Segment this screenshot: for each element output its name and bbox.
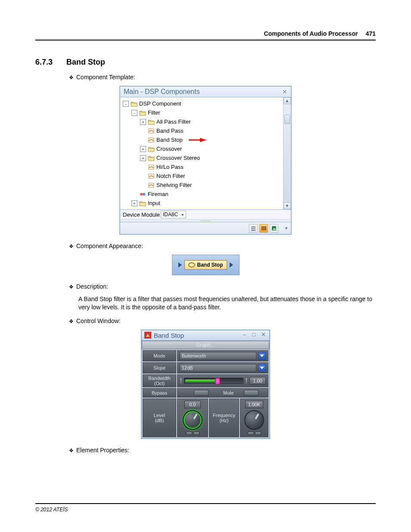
level-knob-area: 0.0 bbox=[177, 398, 208, 437]
tree-item[interactable]: +Input bbox=[123, 199, 282, 208]
toolbar-list-icon[interactable] bbox=[249, 224, 258, 233]
tree-item[interactable]: -DSP Component bbox=[123, 99, 282, 108]
tree-item-label: Inverter bbox=[148, 209, 167, 209]
expand-icon[interactable]: + bbox=[131, 200, 137, 206]
pointer-arrow-icon bbox=[188, 137, 207, 143]
frequency-value[interactable]: 1.00K bbox=[245, 401, 264, 408]
scroll-down-icon[interactable]: ▼ bbox=[283, 202, 291, 209]
bullet-element-properties: ❖ Element Properties: bbox=[69, 447, 376, 454]
chevron-down-icon: ▼ bbox=[181, 213, 184, 217]
close-icon[interactable]: ✕ bbox=[282, 88, 287, 95]
svg-rect-8 bbox=[143, 193, 145, 196]
frequency-knob-area: 1.00K bbox=[240, 398, 268, 437]
input-port-icon[interactable] bbox=[178, 262, 182, 268]
svg-rect-14 bbox=[263, 226, 265, 230]
tree-item-label: All Pass Filter bbox=[156, 118, 190, 125]
bandwidth-label: Bandwidth (Oct) bbox=[143, 374, 176, 387]
mute-toggle[interactable] bbox=[244, 390, 258, 396]
expand-icon[interactable]: + bbox=[140, 146, 146, 152]
folder-icon bbox=[148, 155, 155, 161]
tree-item[interactable]: Notch Filter bbox=[123, 171, 282, 180]
section-number: 6.7.3 bbox=[35, 58, 53, 67]
frequency-nudge-down[interactable] bbox=[248, 432, 254, 435]
bandwidth-slider[interactable] bbox=[184, 378, 243, 384]
toolbar-columns-icon[interactable] bbox=[259, 224, 268, 233]
collapse-icon[interactable]: - bbox=[123, 101, 129, 107]
control-title: Band Stop bbox=[154, 332, 238, 339]
level-knob[interactable] bbox=[183, 410, 202, 430]
component-label: Band Stop bbox=[197, 262, 223, 268]
slope-select[interactable]: 12dB bbox=[177, 362, 268, 373]
component-box[interactable]: Band Stop bbox=[184, 260, 227, 270]
tree-item[interactable]: +Crossover bbox=[123, 144, 282, 153]
tree-item[interactable]: -Filter bbox=[123, 108, 282, 117]
maximize-icon[interactable]: □ bbox=[250, 332, 257, 338]
bandwidth-value[interactable]: 1.00 bbox=[249, 377, 266, 385]
tree-item-label: Input bbox=[148, 200, 160, 206]
tree-item[interactable]: Fireman bbox=[123, 190, 282, 199]
slider-tick bbox=[245, 377, 248, 384]
tree-item[interactable]: Shelving Filter bbox=[123, 180, 282, 190]
svg-rect-6 bbox=[149, 183, 154, 187]
tree-spacer bbox=[140, 128, 146, 134]
bullet-label: Element Properties: bbox=[76, 447, 129, 454]
svg-rect-15 bbox=[265, 226, 266, 230]
mode-select[interactable]: Butterworth bbox=[177, 350, 268, 361]
tree-spacer bbox=[140, 164, 146, 170]
svg-rect-4 bbox=[149, 165, 154, 169]
folder-icon bbox=[139, 110, 146, 116]
device-module-select[interactable]: IDA8C ▼ bbox=[161, 211, 186, 218]
tree-item-label: Hi/Lo Pass bbox=[156, 164, 184, 170]
scroll-up-icon[interactable]: ▲ bbox=[283, 97, 291, 104]
bullet-control-window: ❖ Control Window: bbox=[69, 317, 376, 325]
component-tree[interactable]: -DSP Component-Filter+All Pass FilterBan… bbox=[120, 97, 283, 209]
frequency-nudge-up[interactable] bbox=[255, 432, 261, 435]
expand-icon[interactable]: + bbox=[140, 155, 146, 161]
output-port-icon[interactable] bbox=[230, 262, 233, 268]
folder-icon bbox=[148, 119, 155, 125]
tree-item[interactable]: +All Pass Filter bbox=[123, 117, 282, 126]
tree-item-label: DSP Component bbox=[139, 100, 181, 107]
control-titlebar: Band Stop – □ ✕ bbox=[142, 330, 269, 341]
tree-item[interactable]: Hi/Lo Pass bbox=[123, 162, 282, 171]
bypass-toggle[interactable] bbox=[194, 390, 209, 396]
device-module-value: IDA8C bbox=[163, 212, 178, 218]
bandwidth-control[interactable]: 1.00 bbox=[177, 374, 268, 387]
band-stop-control-window: Band Stop – □ ✕ Graph... Mode Butterwort… bbox=[141, 330, 270, 439]
tree-item-label: Crossover Stereo bbox=[156, 155, 200, 161]
page-footer: © 2012 ATEÏS bbox=[35, 503, 376, 513]
minimize-icon[interactable]: – bbox=[241, 332, 248, 338]
tree-item-label: Filter bbox=[148, 109, 160, 116]
level-value[interactable]: 0.0 bbox=[184, 401, 201, 408]
tree-item[interactable]: +Crossover Stereo bbox=[123, 153, 282, 162]
svg-rect-11 bbox=[251, 228, 255, 229]
tree-item-label: Shelving Filter bbox=[156, 182, 192, 188]
level-nudge-up[interactable] bbox=[193, 432, 199, 435]
tree-item[interactable]: Inverter bbox=[123, 208, 282, 209]
slope-value: 12dB bbox=[182, 365, 193, 370]
toolbar-preview-icon[interactable] bbox=[270, 224, 278, 233]
chevron-down-icon[interactable] bbox=[258, 352, 266, 360]
chevron-down-icon[interactable] bbox=[258, 364, 266, 372]
window-toolbar: ▼ bbox=[120, 222, 291, 234]
bullet-label: Component Appearance: bbox=[76, 243, 143, 249]
folder-icon bbox=[139, 200, 146, 206]
bullet-icon: ❖ bbox=[69, 317, 74, 325]
tree-item[interactable]: Band Pass bbox=[123, 126, 282, 135]
close-icon[interactable]: ✕ bbox=[260, 332, 267, 338]
level-nudge-down[interactable] bbox=[186, 432, 192, 435]
scroll-thumb[interactable] bbox=[284, 115, 290, 124]
toolbar-chevron-down-icon[interactable]: ▼ bbox=[284, 226, 288, 230]
tree-item[interactable]: Band Stop bbox=[123, 135, 282, 144]
bullet-label: Component Template: bbox=[76, 74, 135, 81]
expand-icon[interactable]: + bbox=[140, 119, 146, 125]
collapse-icon[interactable]: - bbox=[131, 110, 137, 116]
graph-button[interactable]: Graph... bbox=[142, 341, 269, 349]
slider-thumb[interactable] bbox=[215, 378, 220, 385]
scrollbar[interactable]: ▲ ▼ bbox=[283, 97, 291, 209]
folder-icon bbox=[148, 146, 155, 152]
frequency-knob[interactable] bbox=[244, 410, 264, 430]
bullet-icon: ❖ bbox=[69, 243, 74, 250]
level-label: Level (dB) bbox=[143, 398, 176, 437]
bullet-icon: ❖ bbox=[69, 74, 74, 81]
